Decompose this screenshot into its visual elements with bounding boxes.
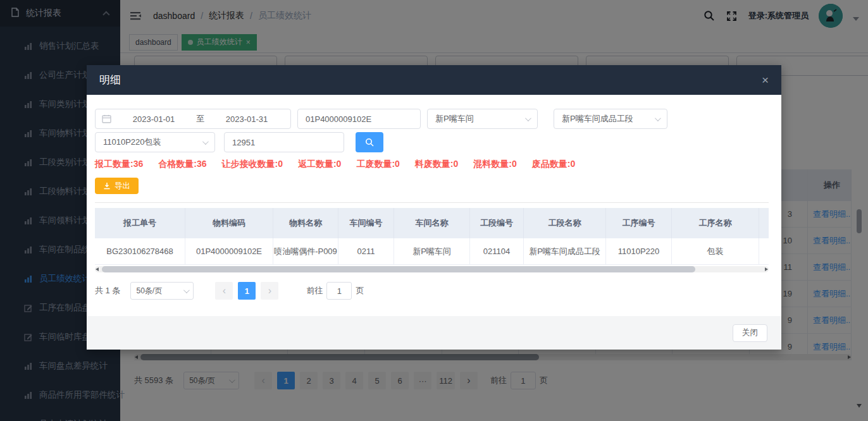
export-button-label: 导出 [115, 181, 130, 192]
cell-process-no: 11010P220 [606, 238, 672, 264]
modal-title: 明细 [99, 73, 121, 87]
process-select-value: 11010P220包装 [103, 137, 161, 148]
modal-horizontal-scrollbar-thumb[interactable] [102, 266, 695, 272]
cell-section-no: 021104 [470, 238, 524, 264]
workshop-select-value: 新P嘴车间 [435, 113, 474, 125]
col-header-section-name: 工段名称 [524, 208, 606, 238]
cell-workshop-no: 0211 [338, 238, 394, 264]
material-code-field [297, 109, 421, 129]
worker-no-input[interactable] [225, 138, 344, 147]
goto-page: 前往 页 [306, 282, 364, 300]
download-icon [103, 182, 111, 190]
detail-table-header-row: 报工单号 物料编码 物料名称 车间编号 车间名称 工段编号 工段名称 工序编号 … [95, 208, 769, 238]
detail-modal: 明细 × 2023-01-01 至 2023-01-31 新P嘴车间 [87, 65, 781, 350]
goto-page-input[interactable] [326, 282, 352, 300]
stat-waste-qty: 废品数量:0 [532, 159, 575, 170]
stat-concession-qty: 让步接收数量:0 [221, 159, 282, 170]
cell-report-no: BG230106278468 [95, 238, 185, 264]
section-select[interactable]: 新P嘴车间成品工段 [554, 109, 667, 129]
export-button[interactable]: 导出 [95, 178, 139, 194]
close-button[interactable]: 关闭 [733, 324, 767, 342]
calendar-icon [102, 114, 111, 123]
stat-process-scrap-qty: 工废数量:0 [356, 159, 399, 170]
workshop-select[interactable]: 新P嘴车间 [427, 109, 538, 129]
col-header-workshop-name: 车间名称 [394, 208, 470, 238]
next-page-button[interactable]: › [261, 282, 278, 300]
page-unit-label: 页 [356, 285, 364, 296]
stat-material-scrap-qty: 料废数量:0 [415, 159, 458, 170]
total-count: 共 1 条 [95, 285, 120, 296]
stat-rework-qty: 返工数量:0 [298, 159, 341, 170]
chevron-down-icon [183, 287, 190, 293]
prev-page-button[interactable]: ‹ [215, 282, 233, 300]
modal-body: 2023-01-01 至 2023-01-31 新P嘴车间 新P嘴车间成品工段 [87, 95, 781, 316]
cell-workshop-name: 新P嘴车间 [394, 238, 470, 264]
stat-qualified-qty: 合格数量:36 [158, 159, 206, 170]
modal-pagination: 共 1 条 50条/页 ‹ 1 › 前往 页 [95, 282, 769, 300]
date-range-picker[interactable]: 2023-01-01 至 2023-01-31 [95, 109, 291, 129]
cell-section-name: 新P嘴车间成品工段 [524, 238, 606, 264]
date-start-value[interactable]: 2023-01-01 [116, 114, 191, 124]
filter-row-1: 2023-01-01 至 2023-01-31 新P嘴车间 新P嘴车间成品工段 [95, 109, 769, 129]
app-root: 统计报表 销售计划汇总表 公司生产计划完成统计 车间类别计划完成统计 车间物料计… [0, 0, 868, 421]
chevron-down-icon [525, 115, 531, 121]
chevron-down-icon [655, 115, 661, 121]
modal-footer: 关闭 [87, 316, 781, 350]
col-header-process-no: 工序编号 [606, 208, 672, 238]
search-button[interactable] [356, 132, 383, 152]
material-code-input[interactable] [298, 114, 420, 124]
worker-no-field [224, 132, 344, 152]
chevron-down-icon [202, 138, 209, 145]
page-size-select[interactable]: 50条/页 [130, 282, 194, 300]
summary-stats: 报工数量:36 合格数量:36 让步接收数量:0 返工数量:0 工废数量:0 料… [95, 159, 769, 170]
cell-material-code: 01P4000009102E [185, 238, 273, 264]
magnifier-icon [365, 138, 374, 147]
date-range-separator: 至 [196, 113, 204, 125]
col-header-workshop-no: 车间编号 [338, 208, 394, 238]
cell-material-name: 喷油嘴偶件-P009 [273, 238, 338, 264]
modal-horizontal-scrollbar[interactable] [95, 266, 769, 272]
col-header-material-code: 物料编码 [185, 208, 273, 238]
goto-label: 前往 [306, 285, 323, 296]
date-end-value[interactable]: 2023-01-31 [209, 114, 284, 124]
filter-row-2: 11010P220包装 [95, 132, 769, 152]
detail-table-row: BG230106278468 01P4000009102E 喷油嘴偶件-P009… [95, 238, 769, 265]
section-select-value: 新P嘴车间成品工段 [562, 113, 633, 125]
col-header-section-no: 工段编号 [470, 208, 524, 238]
stat-mixed-material-qty: 混料数量:0 [473, 159, 516, 170]
scroll-left-arrow-icon[interactable] [96, 267, 99, 271]
stat-reported-qty: 报工数量:36 [95, 159, 143, 170]
cell-process-name: 包装 [672, 238, 759, 264]
col-header-report-no: 报工单号 [95, 208, 185, 238]
divider [95, 202, 769, 203]
scroll-right-arrow-icon[interactable] [765, 267, 768, 271]
detail-table: 报工单号 物料编码 物料名称 车间编号 车间名称 工段编号 工段名称 工序编号 … [95, 208, 769, 272]
close-icon[interactable]: × [762, 74, 769, 86]
process-select[interactable]: 11010P220包装 [95, 132, 215, 152]
modal-header: 明细 × [87, 65, 781, 95]
col-header-material-name: 物料名称 [273, 208, 338, 238]
page-button-1[interactable]: 1 [238, 282, 256, 300]
col-header-process-name: 工序名称 [672, 208, 759, 238]
page-size-value: 50条/页 [136, 286, 162, 296]
